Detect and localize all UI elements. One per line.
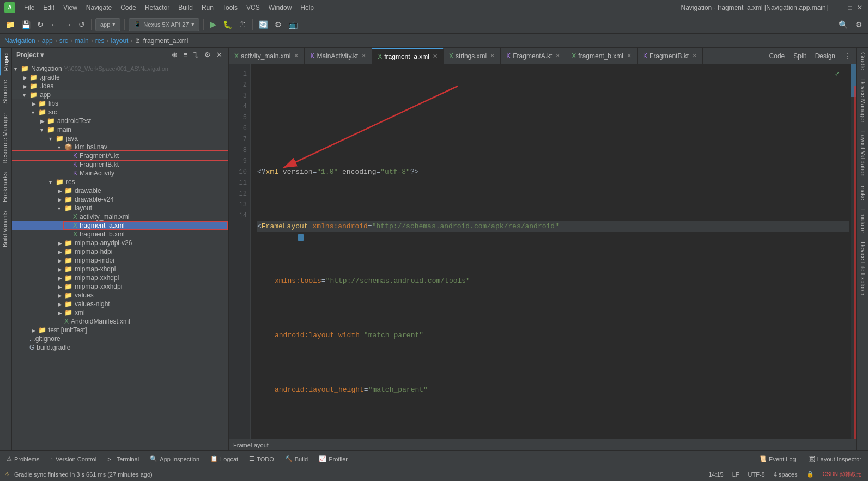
toolbar-refresh-icon[interactable]: ↻ xyxy=(35,19,46,30)
tree-fragment-b-xml[interactable]: ▶ X fragment_b.xml xyxy=(12,230,228,239)
toolbar-back-icon[interactable]: ← xyxy=(48,19,60,30)
tab-fragmenta-kt-close[interactable]: ✕ xyxy=(555,52,560,59)
tree-fragmentb-kt[interactable]: ▶ K FragmentB.kt xyxy=(12,160,228,169)
run-button[interactable]: ▶ xyxy=(208,19,218,29)
breadcrumb-main[interactable]: main xyxy=(75,37,89,45)
tree-res-folder[interactable]: ▾ 📁 res xyxy=(12,178,228,186)
bottom-tab-build[interactable]: 🔨 Build xyxy=(281,454,312,464)
tree-mainactivity[interactable]: ▶ K MainActivity xyxy=(12,169,228,178)
breadcrumb-res[interactable]: res xyxy=(95,37,105,45)
tab-fragment-b[interactable]: X fragment_b.xml ✕ xyxy=(566,48,638,64)
status-lf[interactable]: LF xyxy=(730,471,742,478)
code-editor[interactable]: 1 2 3 4 5 6 7 8 9 10 11 12 13 14 ✓ xyxy=(229,64,856,439)
bottom-tab-logcat[interactable]: 📋 Logcat xyxy=(206,454,242,464)
tree-root[interactable]: ▾ 📁 Navigation Y:\002_WorkSpace\001_AS\N… xyxy=(12,64,228,73)
bottom-tab-todo[interactable]: ☰ TODO xyxy=(245,454,278,464)
device-selector[interactable]: 📱 Nexus 5X API 27 ▾ xyxy=(129,18,199,31)
breadcrumb-app[interactable]: app xyxy=(42,37,53,45)
menu-window[interactable]: Window xyxy=(264,3,296,13)
tab-fragmentb-kt[interactable]: K FragmentB.kt ✕ xyxy=(638,48,703,64)
tree-mipmap-anydpi[interactable]: ▶ 📁 mipmap-anydpi-v26 xyxy=(12,239,228,247)
code-content[interactable]: ✓ <?xml version="1.0" encoding="utf-8"?> xyxy=(251,64,856,439)
bottom-tab-version-control[interactable]: ↑ Version Control xyxy=(46,455,101,464)
bottom-layout-inspector[interactable]: 🖼 Layout Inspector xyxy=(805,454,866,464)
editor-scrollbar[interactable] xyxy=(851,64,856,439)
breadcrumb-layout[interactable]: layout xyxy=(111,37,128,45)
toolbar-open-icon[interactable]: 📁 xyxy=(3,19,17,30)
tab-strings-close[interactable]: ✕ xyxy=(490,52,495,59)
menu-help[interactable]: Help xyxy=(296,3,318,13)
tree-values-folder[interactable]: ▶ 📁 values xyxy=(12,291,228,300)
tree-activity-main-xml[interactable]: ▶ X activity_main.xml xyxy=(12,212,228,221)
tree-app-folder[interactable]: ▾ 📁 app xyxy=(12,90,228,99)
sdk-manager-icon[interactable]: ⚙ xyxy=(272,19,284,30)
tree-mipmap-hdpi[interactable]: ▶ 📁 mipmap-hdpi xyxy=(12,247,228,256)
panel-sort-icon[interactable]: ⇅ xyxy=(191,50,201,59)
tree-gitignore[interactable]: ▶ . .gitignore xyxy=(12,334,228,343)
tab-fragment-a[interactable]: X fragment_a.xml ✕ xyxy=(372,48,444,64)
tree-src-folder[interactable]: ▾ 📁 src xyxy=(12,108,228,117)
status-encoding[interactable]: UTF-8 xyxy=(746,471,767,478)
panel-collapse-icon[interactable]: ≡ xyxy=(181,50,189,59)
bottom-tab-problems[interactable]: ⚠ Problems xyxy=(2,454,44,464)
tab-fragment-b-close[interactable]: ✕ xyxy=(627,52,632,59)
left-tab-project[interactable]: Project xyxy=(0,48,11,75)
right-tab-gradle[interactable]: Gradle xyxy=(857,48,868,75)
right-tab-device-manager[interactable]: Device Manager xyxy=(857,75,868,127)
toolbar-save-icon[interactable]: 💾 xyxy=(19,19,33,30)
settings-icon[interactable]: ⚙ xyxy=(853,19,865,30)
status-indent[interactable]: 4 spaces xyxy=(772,471,800,478)
debug-button[interactable]: 🐛 xyxy=(221,19,234,30)
menu-build[interactable]: Build xyxy=(174,3,197,13)
left-tab-structure[interactable]: Structure xyxy=(0,75,11,108)
tab-fragmenta-kt[interactable]: K FragmentA.kt ✕ xyxy=(501,48,566,64)
panel-gear-icon[interactable]: ⚙ xyxy=(203,50,213,59)
tab-mainactivity-close[interactable]: ✕ xyxy=(361,52,366,59)
tree-fragmenta-kt[interactable]: ▶ K FragmentA.kt xyxy=(12,151,228,160)
tree-java-folder[interactable]: ▾ 📁 java xyxy=(12,134,228,143)
tree-libs-folder[interactable]: ▶ 📁 libs xyxy=(12,99,228,108)
left-tab-build-variants[interactable]: Build Variants xyxy=(0,206,11,252)
breadcrumb-navigation[interactable]: Navigation xyxy=(4,37,35,45)
close-button[interactable]: ✕ xyxy=(856,4,864,11)
tab-fragmentb-kt-close[interactable]: ✕ xyxy=(692,52,697,59)
tree-mipmap-mdpi[interactable]: ▶ 📁 mipmap-mdpi xyxy=(12,256,228,265)
tree-mipmap-xhdpi[interactable]: ▶ 📁 mipmap-xhdpi xyxy=(12,265,228,273)
maximize-button[interactable]: □ xyxy=(846,4,854,11)
tree-mipmap-xxxhdpi[interactable]: ▶ 📁 mipmap-xxxhdpi xyxy=(12,282,228,291)
tab-activity-main[interactable]: X activity_main.xml ✕ xyxy=(229,48,305,64)
menu-vcs[interactable]: VCS xyxy=(242,3,264,13)
tree-build-gradle[interactable]: ▶ G build.gradle xyxy=(12,343,228,352)
toolbar-undo-icon[interactable]: ↺ xyxy=(76,19,87,30)
tree-drawable-v24-folder[interactable]: ▶ 📁 drawable-v24 xyxy=(12,195,228,204)
tree-androidtest-folder[interactable]: ▶ 📁 androidTest xyxy=(12,117,228,125)
tree-test-folder[interactable]: ▶ 📁 test [unitTest] xyxy=(12,326,228,334)
menu-code[interactable]: Code xyxy=(116,3,141,13)
tree-main-folder[interactable]: ▾ 📁 main xyxy=(12,125,228,134)
gradle-sync-icon[interactable]: 🔄 xyxy=(257,19,270,30)
menu-refactor[interactable]: Refactor xyxy=(141,3,174,13)
right-tab-emulator[interactable]: Emulator xyxy=(857,205,868,238)
profile-button[interactable]: ⏱ xyxy=(236,19,248,30)
tab-mainactivity[interactable]: K MainActivity.kt ✕ xyxy=(305,48,372,64)
avd-manager-icon[interactable]: 📺 xyxy=(286,19,300,30)
tab-activity-main-close[interactable]: ✕ xyxy=(294,52,299,59)
left-tab-resource-manager[interactable]: Resource Manager xyxy=(0,108,11,168)
menu-run[interactable]: Run xyxy=(197,3,218,13)
tree-package-folder[interactable]: ▾ 📦 kim.hsl.nav xyxy=(12,143,228,151)
tree-idea-folder[interactable]: ▶ 📁 .idea xyxy=(12,82,228,90)
tree-gradle-folder[interactable]: ▶ 📁 .gradle xyxy=(12,73,228,82)
bottom-event-log[interactable]: 📜 Event Log xyxy=(755,454,800,464)
menu-tools[interactable]: Tools xyxy=(218,3,242,13)
tree-values-night-folder[interactable]: ▶ 📁 values-night xyxy=(12,300,228,308)
right-tab-layout-validation[interactable]: Layout Validation xyxy=(857,127,868,181)
menu-navigate[interactable]: Navigate xyxy=(82,3,116,13)
breadcrumb-src[interactable]: src xyxy=(59,37,68,45)
tab-view-split[interactable]: Split xyxy=(790,51,809,61)
tree-drawable-folder[interactable]: ▶ 📁 drawable xyxy=(12,186,228,195)
tab-strings[interactable]: X strings.xml ✕ xyxy=(444,48,501,64)
left-tab-bookmarks[interactable]: Bookmarks xyxy=(0,168,11,206)
status-position[interactable]: 14:15 xyxy=(706,471,726,478)
bottom-tab-app-inspection[interactable]: 🔍 App Inspection xyxy=(145,454,204,464)
search-icon[interactable]: 🔍 xyxy=(836,19,850,30)
